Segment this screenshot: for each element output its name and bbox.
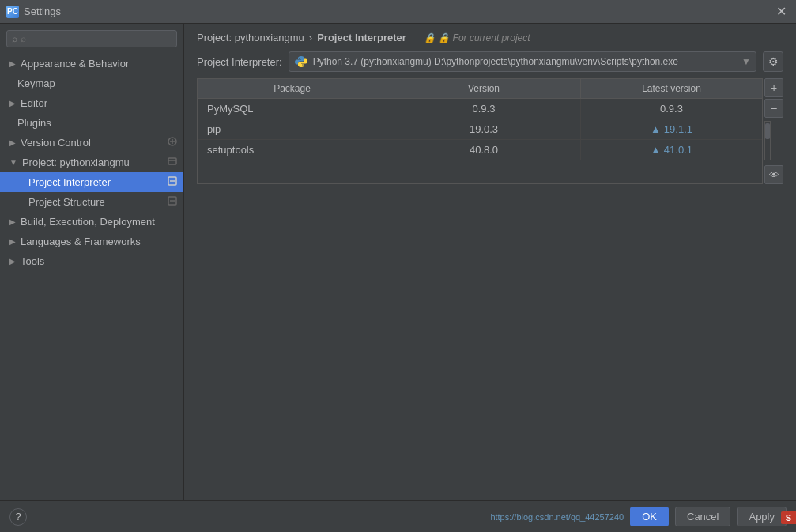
sidebar-item-label: Plugins xyxy=(17,117,51,129)
project-icon xyxy=(168,157,177,168)
cell-version: 40.8.0 xyxy=(387,140,581,160)
interpreter-select[interactable]: Python 3.7 (pythonxiangmu) D:\pythonproj… xyxy=(289,51,756,72)
sidebar-item-project-interpreter[interactable]: Project Interpreter xyxy=(0,172,183,192)
sidebar-item-label: Editor xyxy=(21,97,47,109)
sidebar-item-label: Project Structure xyxy=(28,196,105,208)
ok-button[interactable]: OK xyxy=(630,507,669,526)
sidebar-item-label: Languages & Frameworks xyxy=(21,236,141,247)
table-header: Package Version Latest version xyxy=(198,79,762,99)
arrow-icon: ▼ xyxy=(9,158,17,167)
add-package-button[interactable]: + xyxy=(764,78,783,97)
python-icon xyxy=(294,55,308,69)
sidebar-item-label: Build, Execution, Deployment xyxy=(21,216,155,228)
sidebar-item-build[interactable]: ▶ Build, Execution, Deployment xyxy=(0,212,183,232)
sidebar-item-tools[interactable]: ▶ Tools xyxy=(0,251,183,271)
sidebar-item-project[interactable]: ▼ Project: pythonxiangmu xyxy=(0,153,183,172)
structure-icon xyxy=(168,196,177,208)
sidebar-item-label: Keymap xyxy=(17,77,55,89)
eye-button[interactable]: 👁 xyxy=(764,165,783,184)
sidebar: ⌕ ▶ Appearance & Behavior Keymap ▶ Edito… xyxy=(0,24,184,500)
interpreter-row: Project Interpreter: Python 3.7 (pythonx… xyxy=(184,47,796,78)
main-container: ⌕ ▶ Appearance & Behavior Keymap ▶ Edito… xyxy=(0,24,796,500)
help-button[interactable]: ? xyxy=(9,508,27,526)
cell-latest: ▲41.0.1 xyxy=(581,140,762,160)
sidebar-item-label: Project Interpreter xyxy=(28,176,111,188)
sidebar-item-version-control[interactable]: ▶ Version Control xyxy=(0,133,183,153)
cell-latest: 0.9.3 xyxy=(581,99,762,119)
apply-button[interactable]: Apply xyxy=(737,507,787,526)
remove-package-button[interactable]: − xyxy=(764,99,783,118)
table-row[interactable]: setuptools 40.8.0 ▲41.0.1 xyxy=(198,140,762,160)
col-header-version: Version xyxy=(387,79,581,98)
arrow-icon: ▶ xyxy=(9,99,16,108)
title-bar: PC Settings ✕ xyxy=(0,0,796,24)
breadcrumb: Project: pythonxiangmu › Project Interpr… xyxy=(184,24,796,47)
arrow-icon: ▶ xyxy=(9,138,16,147)
sidebar-item-project-structure[interactable]: Project Structure xyxy=(0,192,183,212)
package-table-container: Package Version Latest version PyMySQL 0… xyxy=(197,78,763,184)
interpreter-select-text: Python 3.7 (pythonxiangmu) D:\pythonproj… xyxy=(294,55,678,69)
table-action-buttons: + − 👁 xyxy=(764,78,783,184)
vcs-icon xyxy=(168,137,177,149)
csdn-watermark: S xyxy=(781,511,796,524)
cell-latest: ▲19.1.1 xyxy=(581,119,762,139)
search-icon: ⌕ xyxy=(12,33,17,44)
cell-package: pip xyxy=(198,119,387,139)
table-scrollbar[interactable] xyxy=(764,121,771,160)
for-project-label: 🔒 🔒 For current project xyxy=(424,32,530,43)
search-box[interactable]: ⌕ xyxy=(6,30,177,47)
table-row[interactable]: PyMySQL 0.9.3 0.9.3 xyxy=(198,99,762,119)
arrow-icon: ▶ xyxy=(9,257,16,266)
title-bar-left: PC Settings xyxy=(6,6,61,18)
cell-package: PyMySQL xyxy=(198,99,387,119)
sidebar-item-keymap[interactable]: Keymap xyxy=(0,74,183,93)
package-table-wrapper: Package Version Latest version PyMySQL 0… xyxy=(197,78,783,184)
search-input[interactable] xyxy=(21,33,172,44)
arrow-icon: ▶ xyxy=(9,59,16,68)
arrow-icon: ▶ xyxy=(9,237,16,246)
col-header-latest: Latest version xyxy=(581,79,762,98)
dropdown-arrow-icon: ▼ xyxy=(741,56,751,67)
python-svg-icon xyxy=(294,55,308,69)
sidebar-item-plugins[interactable]: Plugins xyxy=(0,113,183,133)
sidebar-item-label: Appearance & Behavior xyxy=(21,58,129,70)
sidebar-item-label: Project: pythonxiangmu xyxy=(22,157,130,168)
gear-button[interactable]: ⚙ xyxy=(763,51,783,72)
interpreter-path: Python 3.7 (pythonxiangmu) D:\pythonproj… xyxy=(313,56,678,67)
breadcrumb-project: Project: pythonxiangmu xyxy=(197,32,304,43)
scrollbar-thumb xyxy=(765,123,770,139)
svg-rect-3 xyxy=(168,158,176,164)
bottom-left: ? xyxy=(9,508,27,526)
breadcrumb-page: Project Interpreter xyxy=(317,32,406,43)
table-row[interactable]: pip 19.0.3 ▲19.1.1 xyxy=(198,119,762,140)
content-area: Project: pythonxiangmu › Project Interpr… xyxy=(184,24,796,500)
sidebar-item-languages[interactable]: ▶ Languages & Frameworks xyxy=(0,232,183,251)
bottom-bar: ? https://blog.csdn.net/qq_44257240 OK C… xyxy=(0,500,796,532)
col-header-package: Package xyxy=(198,79,387,98)
close-button[interactable]: ✕ xyxy=(773,4,790,20)
csdn-link[interactable]: https://blog.csdn.net/qq_44257240 xyxy=(490,512,624,522)
interpreter-label: Project Interpreter: xyxy=(197,56,282,68)
interpreter-icon xyxy=(168,176,177,188)
window-title: Settings xyxy=(24,6,61,17)
sidebar-item-editor[interactable]: ▶ Editor xyxy=(0,93,183,113)
cancel-button[interactable]: Cancel xyxy=(675,507,730,526)
app-icon: PC xyxy=(6,6,19,18)
sidebar-item-label: Tools xyxy=(21,255,44,267)
sidebar-item-label: Version Control xyxy=(21,137,91,149)
sidebar-item-appearance[interactable]: ▶ Appearance & Behavior xyxy=(0,54,183,74)
sidebar-nav: ▶ Appearance & Behavior Keymap ▶ Editor … xyxy=(0,54,183,500)
upgrade-arrow-icon: ▲ xyxy=(651,144,661,156)
upgrade-arrow-icon: ▲ xyxy=(651,123,661,135)
cell-version: 0.9.3 xyxy=(387,99,581,119)
table-body: PyMySQL 0.9.3 0.9.3 pip 19.0.3 ▲19.1.1 xyxy=(198,99,762,160)
cell-version: 19.0.3 xyxy=(387,119,581,139)
cell-package: setuptools xyxy=(198,140,387,160)
arrow-icon: ▶ xyxy=(9,217,16,226)
bottom-right: https://blog.csdn.net/qq_44257240 OK Can… xyxy=(490,507,787,526)
breadcrumb-separator: › xyxy=(309,32,312,43)
